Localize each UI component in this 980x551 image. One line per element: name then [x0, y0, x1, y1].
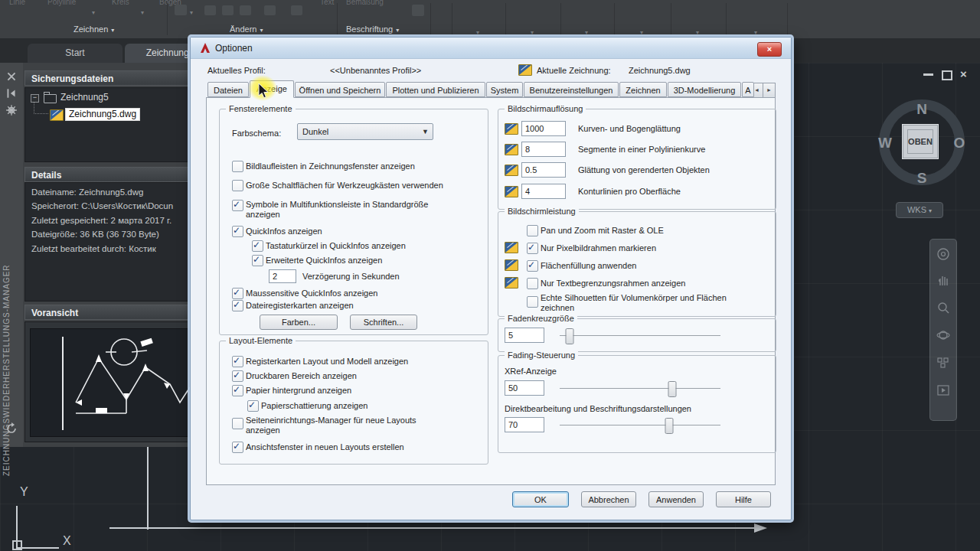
close-window-icon[interactable]: ×: [960, 67, 967, 80]
ribbon-tool-text[interactable]: Text: [320, 0, 334, 6]
tab-dateien[interactable]: Dateien: [207, 82, 249, 97]
checkbox[interactable]: [232, 418, 243, 429]
chevron-down-icon[interactable]: ▾: [531, 29, 534, 36]
restore-button[interactable]: [942, 70, 952, 80]
checkbox[interactable]: [527, 296, 538, 308]
fadenkreuz-input[interactable]: [505, 328, 544, 343]
tab-scroll-right[interactable]: ►: [763, 83, 776, 98]
aufloesung-input-1[interactable]: [521, 142, 566, 157]
dialog-close-button[interactable]: ×: [757, 42, 782, 57]
aufloesung-input-3[interactable]: [521, 184, 566, 199]
ribbon-panel-aendern[interactable]: Ändern▾: [230, 24, 263, 34]
viewcube-top-face[interactable]: OBEN: [902, 124, 939, 159]
slider-thumb[interactable]: [565, 328, 573, 344]
schriften-button[interactable]: Schriften...: [350, 315, 417, 330]
aufloesung-input-2[interactable]: [521, 162, 566, 178]
xref-slider[interactable]: [560, 380, 720, 396]
tab-benutzer[interactable]: Benutzereinstellungen: [524, 82, 619, 97]
ribbon-icon[interactable]: [240, 5, 251, 15]
tree-folder-label[interactable]: Zeichnung5: [60, 92, 109, 103]
gear-icon[interactable]: [5, 104, 18, 116]
ok-button[interactable]: OK: [512, 491, 569, 507]
dialog-titlebar[interactable]: Optionen ×: [191, 37, 791, 59]
viewcube-west[interactable]: W: [878, 135, 892, 152]
chevron-down-icon[interactable]: ▾: [141, 9, 144, 16]
tree-collapse-icon[interactable]: −: [31, 94, 39, 103]
farbschema-dropdown[interactable]: Dunkel ▼: [297, 123, 433, 140]
ribbon-icon[interactable]: [175, 5, 187, 15]
checkbox[interactable]: [527, 260, 538, 272]
tab-plotten[interactable]: Plotten und Publizieren: [386, 82, 485, 97]
tab-oeffnen[interactable]: Öffnen und Speichern: [295, 82, 385, 97]
checkbox[interactable]: [232, 442, 243, 453]
checkbox[interactable]: [247, 400, 259, 412]
tree-file-selected[interactable]: Zeichnung5.dwg: [65, 108, 140, 121]
ribbon-panel-zeichnen[interactable]: Zeichnen▾: [74, 24, 114, 34]
slider-thumb[interactable]: [665, 418, 673, 434]
chevron-down-icon[interactable]: ▾: [476, 29, 479, 36]
tab-zeichnen[interactable]: Zeichnen: [619, 82, 667, 97]
checkbox[interactable]: [232, 161, 243, 172]
navigation-bar: [929, 239, 957, 421]
motion-play-icon[interactable]: [936, 383, 950, 397]
slider-thumb[interactable]: [668, 381, 677, 397]
tab-partial[interactable]: A: [742, 82, 754, 97]
checkbox[interactable]: [232, 370, 243, 382]
chevron-down-icon[interactable]: ▾: [92, 9, 95, 16]
ribbon-icon[interactable]: [412, 5, 424, 16]
xref-input[interactable]: [505, 380, 544, 396]
viewcube-south[interactable]: S: [917, 170, 927, 187]
ribbon-panel-beschriftung[interactable]: Beschriftung▾: [346, 24, 399, 34]
checkbox[interactable]: [252, 240, 263, 252]
ribbon-tool-kreis[interactable]: Kreis: [112, 0, 129, 6]
minimize-button[interactable]: [923, 73, 933, 76]
apply-button[interactable]: Anwenden: [648, 491, 704, 507]
ribbon-tool-polylinie[interactable]: Polylinie: [47, 0, 76, 6]
close-icon[interactable]: [5, 70, 18, 83]
ribbon-icon[interactable]: [291, 5, 302, 15]
farben-button[interactable]: Farben...: [260, 315, 338, 330]
checkbox-label: Ansichtsfenster in neuen Layouts erstell…: [246, 442, 404, 452]
steering-wheel-icon[interactable]: [936, 247, 950, 261]
ribbon-icon[interactable]: [264, 5, 276, 15]
chevron-down-icon[interactable]: ▾: [190, 9, 193, 16]
checkbox[interactable]: [252, 255, 263, 266]
checkbox[interactable]: [232, 180, 243, 191]
autohide-pin-icon[interactable]: [5, 87, 18, 99]
sheet-set-icon[interactable]: [936, 356, 950, 370]
delay-input[interactable]: [269, 269, 296, 283]
checkbox[interactable]: [232, 385, 243, 396]
tab-system[interactable]: System: [486, 82, 523, 97]
zoom-icon[interactable]: [936, 301, 950, 315]
checkbox[interactable]: [527, 225, 538, 236]
wks-dropdown[interactable]: WKS ▾: [896, 202, 943, 218]
viewcube-east[interactable]: O: [954, 135, 965, 152]
chevron-down-icon[interactable]: ▾: [585, 29, 588, 36]
tab-3d[interactable]: 3D-Modellierung: [668, 82, 741, 97]
direkt-slider[interactable]: [560, 417, 720, 432]
ribbon-icon[interactable]: [222, 5, 234, 15]
checkbox[interactable]: [232, 300, 243, 311]
help-button[interactable]: Hilfe: [716, 491, 771, 507]
ribbon-tool-linie[interactable]: Linie: [9, 0, 25, 6]
checkbox[interactable]: [527, 243, 538, 254]
direkt-input[interactable]: [505, 417, 544, 432]
cancel-button[interactable]: Abbrechen: [581, 491, 636, 507]
checkbox[interactable]: [232, 226, 243, 237]
checkbox[interactable]: [232, 200, 243, 211]
aufloesung-input-0[interactable]: [521, 121, 566, 136]
checkbox[interactable]: [527, 278, 538, 289]
viewcube-north[interactable]: N: [916, 101, 927, 118]
fadenkreuz-slider[interactable]: [560, 328, 720, 343]
ribbon-icon[interactable]: [204, 5, 216, 15]
pan-hand-icon[interactable]: [936, 273, 950, 287]
ribbon-tool-bemassung[interactable]: Bemaßung: [346, 0, 384, 6]
chevron-down-icon[interactable]: ▾: [754, 29, 757, 36]
chevron-down-icon[interactable]: ▾: [696, 29, 699, 36]
checkbox[interactable]: [232, 288, 243, 299]
checkbox[interactable]: [232, 356, 243, 367]
chevron-down-icon[interactable]: ▾: [640, 29, 643, 36]
ribbon-separator: [614, 3, 615, 35]
file-tab-start[interactable]: Start: [28, 44, 122, 63]
orbit-icon[interactable]: [936, 328, 950, 342]
